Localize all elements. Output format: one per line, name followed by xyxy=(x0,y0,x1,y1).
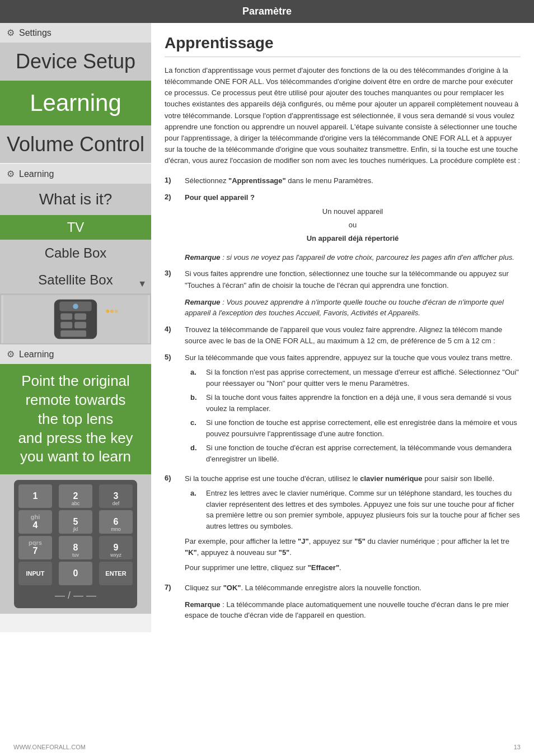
gear-icon xyxy=(7,27,15,38)
page-header: Paramètre xyxy=(0,0,534,23)
sidebar-device-setup[interactable]: Device Setup xyxy=(0,43,151,81)
key-minus-row: — / — — xyxy=(18,587,133,604)
svg-rect-8 xyxy=(60,330,86,337)
footer-page-number: 13 xyxy=(514,744,521,750)
step-5c: c. Si une fonction de touche est apprise… xyxy=(190,417,521,439)
sidebar-learning-item[interactable]: Learning xyxy=(0,81,151,125)
svg-rect-5 xyxy=(74,314,86,320)
gear-icon-3 xyxy=(7,349,15,360)
keypad-row-3: pqrs7 8tuv 9wxyz xyxy=(18,536,133,559)
sidebar-point-text: Point the original remote towards the to… xyxy=(0,364,151,474)
key-enter[interactable]: ENTER xyxy=(99,562,133,585)
step-5b: b. Si la touche dont vous faites apprend… xyxy=(190,392,521,414)
sidebar-volume-control[interactable]: Volume Control xyxy=(0,125,151,164)
keypad-row-2: ghi4 5jkl 6mno xyxy=(18,510,133,534)
sidebar-cable-box[interactable]: Cable Box xyxy=(0,240,151,267)
sidebar-learning-sub-label: Learning xyxy=(19,169,54,179)
key-5[interactable]: 5jkl xyxy=(59,510,92,534)
step-5: 5) Sur la télécommande que vous faites a… xyxy=(165,352,521,468)
svg-rect-6 xyxy=(60,322,72,328)
key-4[interactable]: ghi4 xyxy=(18,510,52,534)
step-5a: a. Si la fonction n'est pas apprise corr… xyxy=(190,367,521,389)
step-6a: a. Entrez les lettres avec le clavier nu… xyxy=(190,488,521,531)
remarque-2: Remarque : Vous pouvez apprendre à n'imp… xyxy=(185,297,521,319)
section-title: Apprentissage xyxy=(165,34,521,57)
svg-rect-7 xyxy=(74,322,86,328)
keypad-row-1: 1 2abc 3def xyxy=(18,484,133,508)
sidebar-what-is-it[interactable]: What is it? xyxy=(0,184,151,215)
header-title: Paramètre xyxy=(242,6,292,17)
svg-point-3 xyxy=(73,304,78,309)
key-0[interactable]: 0 xyxy=(59,562,92,585)
step-3: 3) Si vous faites apprendre une fonction… xyxy=(165,268,521,291)
main-content: Apprentissage La fonction d'apprentissag… xyxy=(151,23,534,632)
key-7[interactable]: pqrs7 xyxy=(18,536,52,559)
step-5d: d. Si une fonction de touche d'écran est… xyxy=(190,442,521,464)
key-3[interactable]: 3def xyxy=(99,484,133,508)
step-2: 2) Pour quel appareil ? Un nouvel appare… xyxy=(165,192,521,246)
sidebar-satellite-box[interactable]: Satellite Box ▼ xyxy=(0,267,151,294)
key-1[interactable]: 1 xyxy=(18,484,52,508)
remote-image xyxy=(0,294,151,344)
scroll-down-icon[interactable]: ▼ xyxy=(138,279,147,289)
svg-point-9 xyxy=(106,310,109,313)
step-7: 7) Cliquez sur "OK". La télécommande enr… xyxy=(165,582,521,594)
example-text: Par exemple, pour afficher la lettre "J"… xyxy=(185,536,521,558)
intro-text: La fonction d'apprentissage vous permet … xyxy=(165,65,521,166)
key-9[interactable]: 9wxyz xyxy=(99,536,133,559)
sidebar-learning2-label: Learning xyxy=(19,349,54,360)
remarque-final: Remarque : La télécommande place automat… xyxy=(185,599,521,621)
key-8[interactable]: 8tuv xyxy=(59,536,92,559)
keypad: 1 2abc 3def ghi4 5jkl 6mno pqrs7 8tuv 9w… xyxy=(14,480,137,608)
sidebar-learning2-row[interactable]: Learning xyxy=(0,344,151,364)
delete-note: Pour supprimer une lettre, cliquez sur "… xyxy=(185,562,521,573)
footer-website: WWW.ONEFORALL.COM xyxy=(13,744,86,750)
page-footer: WWW.ONEFORALL.COM 13 xyxy=(0,744,534,750)
key-2[interactable]: 2abc xyxy=(59,484,92,508)
sidebar-settings-row[interactable]: Settings xyxy=(0,23,151,43)
sidebar-settings-label: Settings xyxy=(19,28,51,38)
sidebar-learning-sub-row[interactable]: Learning xyxy=(0,164,151,184)
step-5-subs: a. Si la fonction n'est pas apprise corr… xyxy=(185,367,521,464)
gear-icon-2 xyxy=(7,169,15,179)
key-6[interactable]: 6mno xyxy=(99,510,133,534)
step-6-subs: a. Entrez les lettres avec le clavier nu… xyxy=(185,488,521,531)
sidebar-tv[interactable]: TV xyxy=(0,215,151,240)
step-4: 4) Trouvez la télécommande de l'appareil… xyxy=(165,324,521,347)
step-6: 6) Si la touche apprise est une touche d… xyxy=(165,473,521,577)
remarque-1: Remarque : si vous ne voyez pas l'appare… xyxy=(185,252,521,263)
keypad-row-4: INPUT 0 ENTER xyxy=(18,562,133,585)
sidebar: Settings Device Setup Learning Volume Co… xyxy=(0,23,151,632)
svg-point-10 xyxy=(110,310,114,313)
step-1: 1) Sélectionnez "Apprentissage" dans le … xyxy=(165,175,521,186)
svg-rect-4 xyxy=(60,314,72,320)
keypad-container: 1 2abc 3def ghi4 5jkl 6mno pqrs7 8tuv 9w… xyxy=(0,474,151,614)
svg-point-11 xyxy=(115,310,118,313)
key-input[interactable]: INPUT xyxy=(18,562,52,585)
